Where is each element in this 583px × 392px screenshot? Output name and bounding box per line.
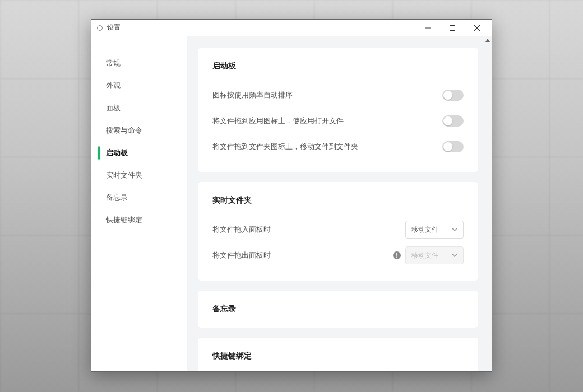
toggle-switch[interactable] xyxy=(442,115,464,127)
sidebar-item-label: 外观 xyxy=(106,81,121,91)
select-value: 移动文件 xyxy=(411,225,438,235)
sidebar-item-label: 常规 xyxy=(106,58,121,68)
sidebar-item-hotkey[interactable]: 快捷键绑定 xyxy=(91,209,187,231)
sidebar-item-appearance[interactable]: 外观 xyxy=(91,74,187,97)
maximize-button[interactable] xyxy=(440,20,465,36)
section-livefolder: 实时文件夹 将文件拖入面板时 移动文件 将文件拖出面板时 xyxy=(198,182,478,281)
sidebar-item-memo[interactable]: 备忘录 xyxy=(91,186,187,209)
setting-label: 将文件拖入面板时 xyxy=(212,225,271,235)
section-title: 备忘录 xyxy=(212,304,464,314)
maximize-icon xyxy=(450,25,455,31)
section-memo: 备忘录 xyxy=(198,291,478,328)
sidebar-item-label: 面板 xyxy=(106,103,121,113)
minimize-icon xyxy=(425,25,431,31)
sidebar-item-label: 备忘录 xyxy=(106,193,128,203)
toggle-switch[interactable] xyxy=(442,90,464,101)
content-scroll[interactable]: 启动板 图标按使用频率自动排序 将文件拖到应用图标上，使应用打开文件 将文件拖到… xyxy=(187,36,492,371)
sidebar-item-label: 启动板 xyxy=(106,148,128,158)
section-title: 实时文件夹 xyxy=(212,195,464,206)
sidebar: 常规 外观 面板 搜索与命令 启动板 实时文件夹 备忘录 快捷键绑定 xyxy=(91,36,187,371)
setting-label: 图标按使用频率自动排序 xyxy=(212,90,293,100)
sidebar-item-label: 实时文件夹 xyxy=(106,170,142,180)
section-hotkey: 快捷键绑定 快速切换应用 ! xyxy=(198,338,478,371)
chevron-down-icon xyxy=(452,227,457,232)
select-drag-in[interactable]: 移动文件 xyxy=(405,221,464,239)
setting-label: 将文件拖到文件夹图标上，移动文件到文件夹 xyxy=(212,142,358,152)
setting-row: 将文件拖入面板时 移动文件 xyxy=(212,218,464,241)
setting-label: 将文件拖到应用图标上，使应用打开文件 xyxy=(212,116,344,126)
sidebar-item-label: 搜索与命令 xyxy=(106,125,142,136)
sidebar-item-launcher[interactable]: 启动板 xyxy=(91,142,187,164)
info-icon[interactable]: ! xyxy=(393,251,401,259)
setting-row: 将文件拖出面板时 ! 移动文件 xyxy=(212,244,464,267)
settings-window: 设置 常规 外观 面板 搜索与命令 启动板 实时文件夹 备忘录 快捷键绑定 启 xyxy=(91,19,492,372)
window-title: 设置 xyxy=(107,23,121,32)
setting-row: 图标按使用频率自动排序 xyxy=(212,83,464,107)
close-button[interactable] xyxy=(465,20,489,36)
section-title: 快捷键绑定 xyxy=(212,351,464,361)
section-title: 启动板 xyxy=(212,61,464,71)
sidebar-item-general[interactable]: 常规 xyxy=(91,52,187,74)
chevron-down-icon xyxy=(452,253,457,258)
setting-label: 将文件拖出面板时 xyxy=(212,250,271,260)
svg-rect-1 xyxy=(450,25,455,30)
sidebar-item-search[interactable]: 搜索与命令 xyxy=(91,119,187,142)
close-icon xyxy=(474,25,480,31)
select-value: 移动文件 xyxy=(411,251,438,260)
sidebar-item-livefolder[interactable]: 实时文件夹 xyxy=(91,164,187,186)
sidebar-item-panel[interactable]: 面板 xyxy=(91,97,187,119)
toggle-switch[interactable] xyxy=(442,141,464,152)
sidebar-item-label: 快捷键绑定 xyxy=(106,215,142,225)
section-launcher: 启动板 图标按使用频率自动排序 将文件拖到应用图标上，使应用打开文件 将文件拖到… xyxy=(198,48,478,172)
select-drag-out: 移动文件 xyxy=(405,246,464,264)
setting-row: 将文件拖到应用图标上，使应用打开文件 xyxy=(212,109,464,133)
app-icon xyxy=(97,25,103,31)
titlebar: 设置 xyxy=(91,20,492,36)
setting-row: 将文件拖到文件夹图标上，移动文件到文件夹 xyxy=(212,135,464,158)
minimize-button[interactable] xyxy=(415,20,440,36)
